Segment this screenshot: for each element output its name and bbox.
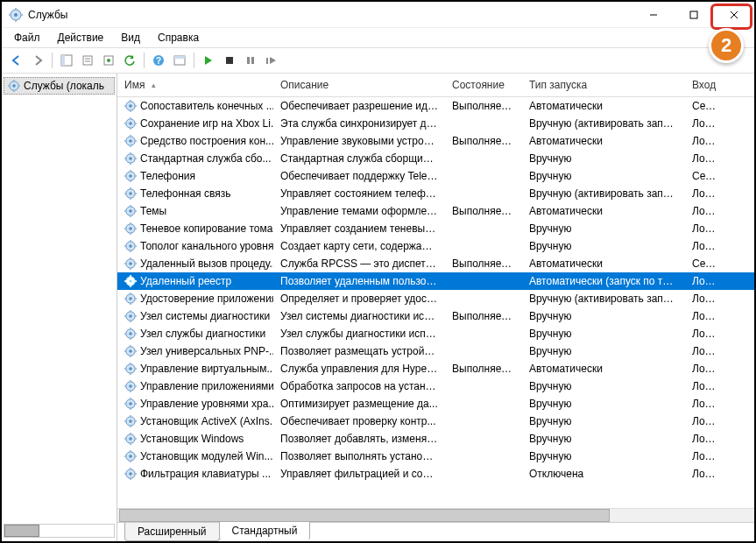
cell-start: Вручную (активировать запуск) [522,117,685,130]
cell-desc: Позволяет добавлять, изменят... [273,433,445,445]
table-row[interactable]: Установщик WindowsПозволяет добавлять, и… [117,430,754,448]
svg-text:?: ? [156,56,161,66]
menu-help[interactable]: Справка [151,30,206,46]
cell-desc: Управляет фильтрацией и сопо... [273,468,445,480]
tree-item-services[interactable]: Службы (локаль [4,77,115,95]
show-hide-tree-button[interactable] [57,51,76,70]
table-row[interactable]: Фильтрация клавиатуры ...Управляет фильт… [117,465,754,483]
col-desc-header[interactable]: Описание [273,74,445,96]
menu-file[interactable]: Файл [7,30,47,46]
cell-name: Управление виртуальным... [140,363,273,375]
minimize-button[interactable] [633,2,674,28]
cell-logon: Локал [685,205,727,217]
col-name-header[interactable]: Имя▴ [117,74,273,96]
stop-button[interactable] [220,51,239,70]
gear-icon [124,275,137,287]
cell-desc: Служба управления для Hyper-... [273,363,445,375]
gear-icon [124,450,137,462]
table-row[interactable]: Тополог канального уровняСоздает карту с… [117,237,754,255]
table-row[interactable]: Теневое копирование томаУправляет создан… [117,220,754,237]
restart-button[interactable] [262,51,281,70]
cell-name: Установщик ActiveX (AxIns... [140,415,273,427]
view-tabs: Расширенный Стандартный [117,522,754,541]
gear-icon [124,187,137,200]
table-row[interactable]: ТелефонияОбеспечивает поддержку Telep...… [117,167,754,185]
table-row[interactable]: Управление приложениямиОбработка запросо… [117,377,754,395]
table-row[interactable]: Управление виртуальным...Служба управлен… [117,360,754,377]
col-start-header[interactable]: Тип запуска [522,74,685,96]
svg-rect-21 [226,57,233,64]
app-icon [9,8,23,22]
left-scrollbar[interactable] [4,524,115,538]
services-grid: Имя▴ Описание Состояние Тип запуска Вход… [117,74,754,508]
cell-logon: Локал [685,345,727,357]
svg-rect-11 [61,55,65,66]
table-row[interactable]: Удаленный вызов процеду...Служба RPCSS —… [117,255,754,272]
cell-name: Стандартная служба сбо... [140,152,272,165]
cell-name: Телефонная связь [140,187,230,200]
table-row[interactable]: Удостоверение приложенияОпределяет и про… [117,290,754,307]
table-row[interactable]: Узел службы диагностикиУзел службы диагн… [117,325,754,342]
cell-desc: Оптимизирует размещение да... [273,398,445,410]
horizontal-scrollbar[interactable] [117,508,754,522]
cell-logon: Локал [685,135,727,147]
cell-state: Выполняется [445,100,522,112]
table-row[interactable]: Установщик ActiveX (AxIns...Обеспечивает… [117,413,754,430]
cell-desc: Позволяет размещать устройст... [273,345,445,357]
table-row[interactable]: Сопоставитель конечных ...Обеспечивает р… [117,97,754,115]
cell-logon: Локал [685,363,727,375]
gear-icon [8,80,20,92]
cell-logon: Локал [685,450,727,462]
play-button[interactable] [199,51,218,70]
cell-name: Управление уровнями хра... [140,398,273,410]
cell-name: Удаленный реестр [140,275,231,287]
forward-button[interactable] [28,51,47,70]
col-logon-header[interactable]: Вход [685,74,727,96]
cell-state: Выполняется [445,257,522,270]
gear-icon [124,205,137,217]
col-state-header[interactable]: Состояние [445,74,522,96]
gear-icon [124,240,137,252]
table-row[interactable]: Узел системы диагностикиУзел системы диа… [117,307,754,325]
cell-logon: Локал [685,222,727,235]
export-button[interactable] [99,51,118,70]
cell-start: Автоматически [522,100,685,112]
grid-body[interactable]: Сопоставитель конечных ...Обеспечивает р… [117,97,754,507]
gear-icon [124,380,137,392]
help-button[interactable]: ? [149,51,168,70]
cell-name: Телефония [140,170,195,182]
cell-state: Выполняется [445,363,522,375]
table-row[interactable]: Управление уровнями хра...Оптимизирует р… [117,395,754,413]
refresh-button[interactable] [120,51,139,70]
properties-button[interactable] [78,51,97,70]
maximize-button[interactable] [674,2,714,28]
menu-action[interactable]: Действие [51,30,111,46]
cell-desc: Позволяет удаленным пользов... [273,275,445,287]
gear-icon [124,170,137,182]
table-row[interactable]: Удаленный реестрПозволяет удаленным поль… [117,272,754,290]
cell-desc: Эта служба синхронизирует да... [273,117,445,130]
tab-standard[interactable]: Стандартный [219,522,311,540]
pause-button[interactable] [241,51,260,70]
cell-desc: Обеспечивает проверку контр... [273,415,445,427]
table-row[interactable]: ТемыУправление темами оформлен...Выполня… [117,202,754,220]
table-row[interactable]: Средство построения кон...Управление зву… [117,132,754,150]
grid-header: Имя▴ Описание Состояние Тип запуска Вход [117,74,754,97]
table-row[interactable]: Телефонная связьУправляет состоянием тел… [117,185,754,202]
prop-sheet-button[interactable] [170,51,189,70]
gear-icon [124,468,137,480]
table-row[interactable]: Установщик модулей Win...Позволяет выпол… [117,448,754,465]
gear-icon [124,328,137,340]
table-row[interactable]: Стандартная служба сбо...Стандартная слу… [117,150,754,167]
cell-start: Вручную [522,398,685,410]
table-row[interactable]: Сохранение игр на Xbox Li...Эта служба с… [117,115,754,132]
tab-extended[interactable]: Расширенный [124,523,220,541]
back-button[interactable] [7,51,26,70]
gear-icon [124,363,137,375]
cell-logon: Локал [685,468,727,480]
table-row[interactable]: Узел универсальных PNP-...Позволяет разм… [117,342,754,360]
close-button[interactable] [714,2,754,28]
cell-start: Вручную (активировать запуск) [522,187,685,200]
menu-view[interactable]: Вид [114,30,147,46]
cell-state: Выполняется [445,205,522,217]
